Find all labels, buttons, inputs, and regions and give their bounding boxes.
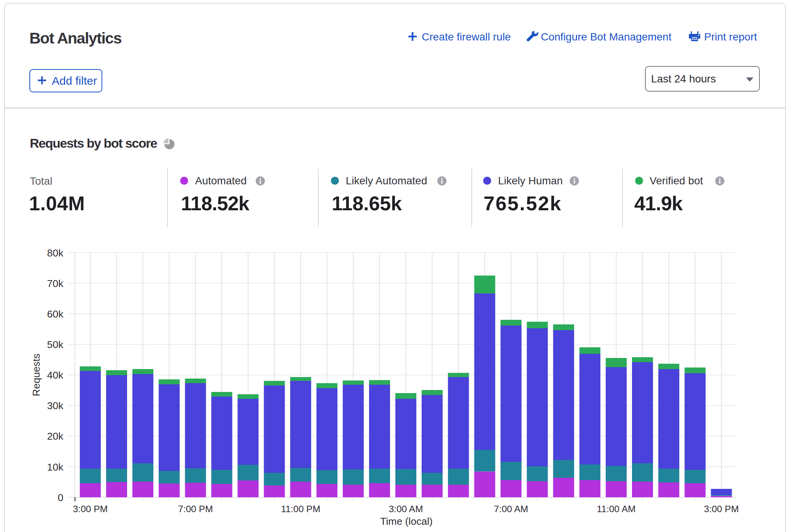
svg-text:11:00 PM: 11:00 PM <box>281 504 320 514</box>
svg-text:0: 0 <box>58 492 63 503</box>
svg-text:Print report: Print report <box>704 31 757 43</box>
svg-text:Requests: Requests <box>31 354 42 397</box>
svg-text:Time (local): Time (local) <box>380 516 432 527</box>
svg-text:3:00 PM: 3:00 PM <box>704 504 739 514</box>
svg-text:10k: 10k <box>47 461 63 473</box>
svg-text:Configure Bot Management: Configure Bot Management <box>541 31 672 43</box>
svg-text:70k: 70k <box>47 278 63 289</box>
svg-text:50k: 50k <box>47 339 63 350</box>
svg-text:80k: 80k <box>47 247 63 259</box>
svg-text:11:00 AM: 11:00 AM <box>597 504 636 514</box>
svg-text:Create firewall rule: Create firewall rule <box>422 31 511 43</box>
svg-text:3:00 AM: 3:00 AM <box>389 504 423 514</box>
svg-text:30k: 30k <box>47 400 63 411</box>
svg-text:7:00 AM: 7:00 AM <box>494 504 528 514</box>
svg-text:7:00 PM: 7:00 PM <box>178 504 213 514</box>
svg-text:3:00 PM: 3:00 PM <box>73 504 108 514</box>
svg-text:20k: 20k <box>47 430 63 442</box>
svg-text:60k: 60k <box>47 308 63 320</box>
svg-text:40k: 40k <box>47 369 63 381</box>
